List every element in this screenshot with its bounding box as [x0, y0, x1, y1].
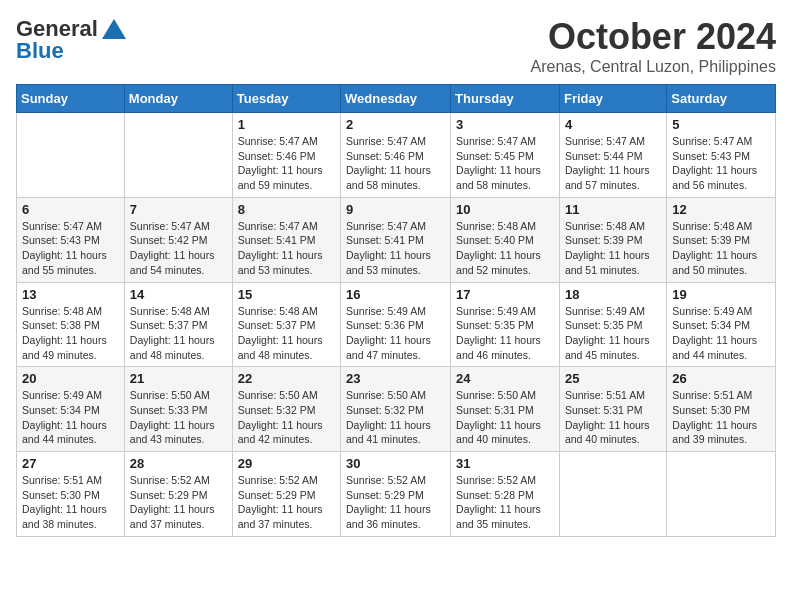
day-number: 31 [456, 456, 554, 471]
day-number: 28 [130, 456, 227, 471]
day-number: 7 [130, 202, 227, 217]
day-number: 30 [346, 456, 445, 471]
day-number: 13 [22, 287, 119, 302]
day-number: 21 [130, 371, 227, 386]
page-header: General Blue October 2024 Arenas, Centra… [16, 16, 776, 76]
calendar-cell [559, 452, 666, 537]
day-info: Sunrise: 5:50 AM Sunset: 5:32 PM Dayligh… [238, 388, 335, 447]
calendar-cell: 8Sunrise: 5:47 AM Sunset: 5:41 PM Daylig… [232, 197, 340, 282]
day-info: Sunrise: 5:52 AM Sunset: 5:28 PM Dayligh… [456, 473, 554, 532]
day-number: 10 [456, 202, 554, 217]
day-info: Sunrise: 5:49 AM Sunset: 5:35 PM Dayligh… [456, 304, 554, 363]
calendar-cell [124, 113, 232, 198]
calendar-cell: 1Sunrise: 5:47 AM Sunset: 5:46 PM Daylig… [232, 113, 340, 198]
calendar-cell: 25Sunrise: 5:51 AM Sunset: 5:31 PM Dayli… [559, 367, 666, 452]
day-info: Sunrise: 5:49 AM Sunset: 5:34 PM Dayligh… [22, 388, 119, 447]
header-friday: Friday [559, 85, 666, 113]
day-info: Sunrise: 5:47 AM Sunset: 5:41 PM Dayligh… [346, 219, 445, 278]
day-number: 18 [565, 287, 661, 302]
location-title: Arenas, Central Luzon, Philippines [531, 58, 776, 76]
day-number: 16 [346, 287, 445, 302]
header-wednesday: Wednesday [341, 85, 451, 113]
day-number: 3 [456, 117, 554, 132]
day-info: Sunrise: 5:48 AM Sunset: 5:38 PM Dayligh… [22, 304, 119, 363]
calendar-cell: 14Sunrise: 5:48 AM Sunset: 5:37 PM Dayli… [124, 282, 232, 367]
day-number: 6 [22, 202, 119, 217]
day-number: 26 [672, 371, 770, 386]
week-row-1: 1Sunrise: 5:47 AM Sunset: 5:46 PM Daylig… [17, 113, 776, 198]
day-info: Sunrise: 5:47 AM Sunset: 5:44 PM Dayligh… [565, 134, 661, 193]
day-info: Sunrise: 5:48 AM Sunset: 5:37 PM Dayligh… [238, 304, 335, 363]
calendar-cell: 2Sunrise: 5:47 AM Sunset: 5:46 PM Daylig… [341, 113, 451, 198]
day-info: Sunrise: 5:47 AM Sunset: 5:46 PM Dayligh… [238, 134, 335, 193]
day-number: 29 [238, 456, 335, 471]
day-info: Sunrise: 5:52 AM Sunset: 5:29 PM Dayligh… [238, 473, 335, 532]
calendar-cell: 26Sunrise: 5:51 AM Sunset: 5:30 PM Dayli… [667, 367, 776, 452]
calendar-cell: 30Sunrise: 5:52 AM Sunset: 5:29 PM Dayli… [341, 452, 451, 537]
day-info: Sunrise: 5:50 AM Sunset: 5:32 PM Dayligh… [346, 388, 445, 447]
day-info: Sunrise: 5:51 AM Sunset: 5:31 PM Dayligh… [565, 388, 661, 447]
calendar-cell: 9Sunrise: 5:47 AM Sunset: 5:41 PM Daylig… [341, 197, 451, 282]
day-info: Sunrise: 5:49 AM Sunset: 5:34 PM Dayligh… [672, 304, 770, 363]
day-info: Sunrise: 5:48 AM Sunset: 5:39 PM Dayligh… [565, 219, 661, 278]
svg-marker-0 [102, 19, 126, 39]
day-info: Sunrise: 5:47 AM Sunset: 5:43 PM Dayligh… [22, 219, 119, 278]
calendar-cell: 31Sunrise: 5:52 AM Sunset: 5:28 PM Dayli… [451, 452, 560, 537]
week-row-5: 27Sunrise: 5:51 AM Sunset: 5:30 PM Dayli… [17, 452, 776, 537]
calendar-header: SundayMondayTuesdayWednesdayThursdayFrid… [17, 85, 776, 113]
week-row-4: 20Sunrise: 5:49 AM Sunset: 5:34 PM Dayli… [17, 367, 776, 452]
week-row-2: 6Sunrise: 5:47 AM Sunset: 5:43 PM Daylig… [17, 197, 776, 282]
calendar-cell: 29Sunrise: 5:52 AM Sunset: 5:29 PM Dayli… [232, 452, 340, 537]
calendar-cell: 16Sunrise: 5:49 AM Sunset: 5:36 PM Dayli… [341, 282, 451, 367]
header-tuesday: Tuesday [232, 85, 340, 113]
calendar-cell: 20Sunrise: 5:49 AM Sunset: 5:34 PM Dayli… [17, 367, 125, 452]
day-info: Sunrise: 5:47 AM Sunset: 5:45 PM Dayligh… [456, 134, 554, 193]
day-info: Sunrise: 5:47 AM Sunset: 5:43 PM Dayligh… [672, 134, 770, 193]
calendar-cell [17, 113, 125, 198]
calendar-cell: 13Sunrise: 5:48 AM Sunset: 5:38 PM Dayli… [17, 282, 125, 367]
day-number: 8 [238, 202, 335, 217]
day-info: Sunrise: 5:48 AM Sunset: 5:40 PM Dayligh… [456, 219, 554, 278]
calendar-cell: 15Sunrise: 5:48 AM Sunset: 5:37 PM Dayli… [232, 282, 340, 367]
day-info: Sunrise: 5:48 AM Sunset: 5:39 PM Dayligh… [672, 219, 770, 278]
calendar-cell: 21Sunrise: 5:50 AM Sunset: 5:33 PM Dayli… [124, 367, 232, 452]
calendar-cell: 18Sunrise: 5:49 AM Sunset: 5:35 PM Dayli… [559, 282, 666, 367]
calendar-cell: 22Sunrise: 5:50 AM Sunset: 5:32 PM Dayli… [232, 367, 340, 452]
header-row: SundayMondayTuesdayWednesdayThursdayFrid… [17, 85, 776, 113]
day-number: 20 [22, 371, 119, 386]
day-info: Sunrise: 5:47 AM Sunset: 5:41 PM Dayligh… [238, 219, 335, 278]
calendar-cell [667, 452, 776, 537]
day-info: Sunrise: 5:51 AM Sunset: 5:30 PM Dayligh… [22, 473, 119, 532]
calendar-cell: 27Sunrise: 5:51 AM Sunset: 5:30 PM Dayli… [17, 452, 125, 537]
day-number: 17 [456, 287, 554, 302]
calendar-cell: 6Sunrise: 5:47 AM Sunset: 5:43 PM Daylig… [17, 197, 125, 282]
day-info: Sunrise: 5:50 AM Sunset: 5:31 PM Dayligh… [456, 388, 554, 447]
day-number: 9 [346, 202, 445, 217]
day-info: Sunrise: 5:47 AM Sunset: 5:42 PM Dayligh… [130, 219, 227, 278]
calendar-cell: 5Sunrise: 5:47 AM Sunset: 5:43 PM Daylig… [667, 113, 776, 198]
calendar-cell: 7Sunrise: 5:47 AM Sunset: 5:42 PM Daylig… [124, 197, 232, 282]
calendar-cell: 10Sunrise: 5:48 AM Sunset: 5:40 PM Dayli… [451, 197, 560, 282]
day-number: 25 [565, 371, 661, 386]
calendar-cell: 11Sunrise: 5:48 AM Sunset: 5:39 PM Dayli… [559, 197, 666, 282]
day-number: 19 [672, 287, 770, 302]
day-number: 23 [346, 371, 445, 386]
day-number: 15 [238, 287, 335, 302]
title-block: October 2024 Arenas, Central Luzon, Phil… [531, 16, 776, 76]
header-monday: Monday [124, 85, 232, 113]
calendar-cell: 4Sunrise: 5:47 AM Sunset: 5:44 PM Daylig… [559, 113, 666, 198]
logo-blue-text: Blue [16, 38, 64, 64]
day-number: 2 [346, 117, 445, 132]
day-number: 14 [130, 287, 227, 302]
day-info: Sunrise: 5:52 AM Sunset: 5:29 PM Dayligh… [346, 473, 445, 532]
logo: General Blue [16, 16, 128, 64]
day-info: Sunrise: 5:49 AM Sunset: 5:36 PM Dayligh… [346, 304, 445, 363]
calendar-cell: 24Sunrise: 5:50 AM Sunset: 5:31 PM Dayli… [451, 367, 560, 452]
day-number: 27 [22, 456, 119, 471]
calendar-table: SundayMondayTuesdayWednesdayThursdayFrid… [16, 84, 776, 537]
day-info: Sunrise: 5:52 AM Sunset: 5:29 PM Dayligh… [130, 473, 227, 532]
day-number: 24 [456, 371, 554, 386]
day-number: 12 [672, 202, 770, 217]
calendar-cell: 23Sunrise: 5:50 AM Sunset: 5:32 PM Dayli… [341, 367, 451, 452]
calendar-cell: 3Sunrise: 5:47 AM Sunset: 5:45 PM Daylig… [451, 113, 560, 198]
